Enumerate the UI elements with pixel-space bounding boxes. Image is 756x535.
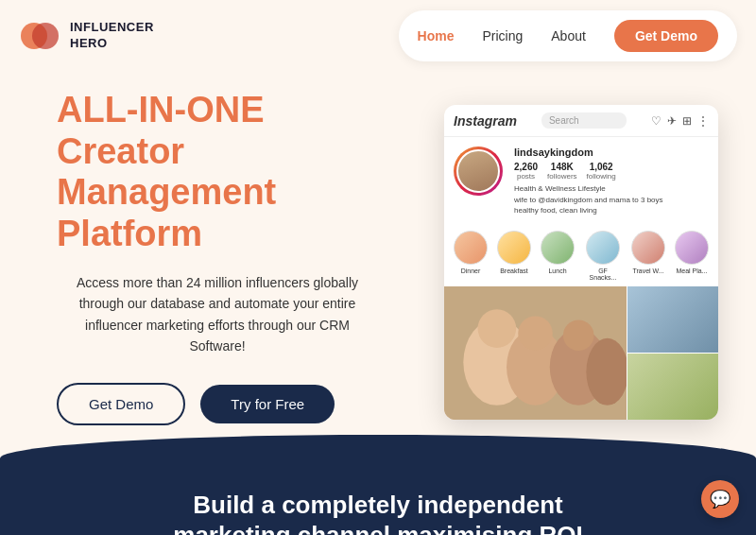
ig-highlight-circle-2 — [497, 231, 531, 265]
ig-grid-photo-2 — [627, 286, 718, 353]
ig-highlights: Dinner Breakfast Lunch GF Snacks... Trav… — [444, 225, 718, 286]
instagram-mockup: Instagram Search ♡ ✈ ⊞ ⋮ lindsaykingdom — [444, 105, 718, 420]
svg-point-1 — [32, 23, 59, 49]
hero-try-free-button[interactable]: Try for Free — [200, 385, 335, 423]
svg-point-6 — [586, 338, 627, 406]
ig-logo: Instagram — [454, 113, 517, 129]
ig-posts-stat: 2,260 posts — [514, 162, 538, 181]
nav-get-demo-button[interactable]: Get Demo — [614, 20, 718, 52]
brand-name: INFLUENCER HERO — [70, 20, 154, 52]
ig-avatar — [454, 147, 503, 196]
ig-stats: 2,260 posts 148K followers 1,062 followi… — [514, 162, 709, 181]
hero-section: ALL-IN-ONE Creator Management Platform A… — [0, 71, 756, 425]
nav-pricing[interactable]: Pricing — [482, 28, 523, 43]
ig-heart-icon: ♡ — [651, 114, 662, 128]
ig-profile-info: lindsaykingdom 2,260 posts 148K follower… — [514, 147, 709, 216]
ig-highlight-circle-1 — [454, 231, 488, 265]
ig-highlight-circle-6 — [675, 231, 709, 265]
ig-search[interactable]: Search — [541, 112, 627, 129]
ig-chat-icon: ✈ — [667, 114, 677, 128]
ig-highlight-gf-snacks[interactable]: GF Snacks... — [584, 231, 622, 281]
chat-icon: 💬 — [710, 491, 730, 508]
ig-highlight-meal-plan[interactable]: Meal Pla... — [675, 231, 709, 281]
wave-background: Build a completely independent marketing… — [0, 435, 756, 535]
ig-photo-grid — [444, 286, 718, 420]
ig-bio: Health & Wellness Lifestylewife to @davi… — [514, 183, 709, 216]
logo-area: INFLUENCER HERO — [19, 15, 154, 57]
ig-more-icon: ⋮ — [697, 114, 709, 128]
wave-section: Build a completely independent marketing… — [0, 435, 756, 535]
ig-highlight-lunch[interactable]: Lunch — [541, 231, 575, 281]
navigation: Home Pricing About Get Demo — [399, 10, 737, 61]
ig-grid-photo-3 — [627, 354, 718, 420]
svg-point-9 — [563, 319, 594, 351]
ig-profile: lindsaykingdom 2,260 posts 148K follower… — [444, 137, 718, 225]
nav-about[interactable]: About — [551, 28, 586, 43]
nav-home[interactable]: Home — [418, 28, 455, 43]
ig-highlight-breakfast[interactable]: Breakfast — [497, 231, 531, 281]
ig-topbar: Instagram Search ♡ ✈ ⊞ ⋮ — [444, 105, 718, 137]
ig-grid-icon: ⊞ — [682, 114, 692, 128]
svg-point-8 — [518, 316, 553, 351]
chat-bubble-button[interactable]: 💬 — [701, 480, 739, 518]
ig-highlight-dinner[interactable]: Dinner — [454, 231, 488, 281]
header: INFLUENCER HERO Home Pricing About Get D… — [0, 0, 756, 71]
hero-left: ALL-IN-ONE Creator Management Platform A… — [57, 90, 387, 425]
ig-highlight-circle-3 — [541, 231, 575, 265]
wave-title: Build a completely independent marketing… — [173, 490, 582, 535]
logo-icon — [19, 15, 60, 57]
ig-followers-stat: 148K followers — [547, 162, 577, 181]
ig-grid-main-photo — [444, 286, 627, 420]
ig-highlight-travel[interactable]: Travel W... — [631, 231, 665, 281]
hero-title: ALL-IN-ONE Creator Management Platform — [57, 90, 387, 255]
ig-username: lindsaykingdom — [514, 147, 709, 158]
hero-buttons: Get Demo Try for Free — [57, 383, 387, 425]
hero-get-demo-button[interactable]: Get Demo — [57, 383, 185, 425]
ig-following-stat: 1,062 following — [587, 162, 616, 181]
ig-icons: ♡ ✈ ⊞ ⋮ — [651, 114, 709, 128]
ig-avatar-image — [456, 149, 500, 193]
hero-right: Instagram Search ♡ ✈ ⊞ ⋮ lindsaykingdom — [387, 95, 718, 420]
hero-subtitle: Access more than 24 million influencers … — [57, 272, 378, 357]
ig-highlight-circle-4 — [586, 231, 620, 265]
ig-highlight-circle-5 — [631, 231, 665, 265]
svg-point-7 — [478, 309, 517, 348]
